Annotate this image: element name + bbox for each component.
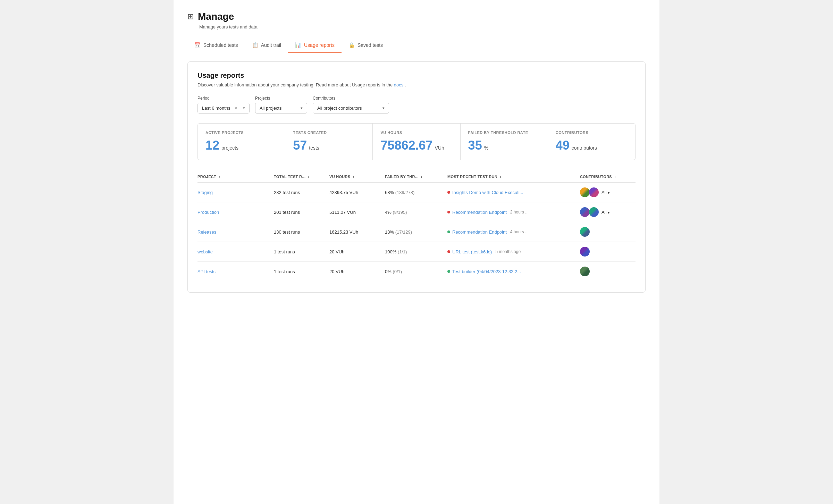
th-recent-run[interactable]: MOST RECENT TEST RUN › — [447, 175, 580, 179]
runs-production: 201 test runs — [274, 210, 329, 215]
run-releases: Recommendation Endpoint 4 hours ... — [447, 229, 580, 235]
status-dot-production — [447, 211, 450, 213]
chevron-icon: ▾ — [608, 210, 610, 215]
th-project[interactable]: PROJECT › — [197, 175, 274, 179]
th-failed[interactable]: FAILED BY THR... › — [385, 175, 447, 179]
page-title: Manage — [198, 11, 234, 22]
run-link-website[interactable]: URL test (test.k6.io) — [452, 249, 492, 254]
run-link-staging[interactable]: Insights Demo with Cloud Executi... — [452, 190, 523, 195]
sort-contributors-icon: › — [614, 175, 616, 179]
all-contributors-production[interactable]: All ▾ — [601, 210, 610, 215]
projects-filter-group: Projects All projects ▾ — [255, 96, 307, 114]
period-clear-icon[interactable]: ✕ — [235, 106, 238, 110]
table-section: PROJECT › TOTAL TEST R... › VU HOURS › F… — [197, 171, 636, 281]
table-row: Production 201 test runs 5111.07 VUh 4% … — [197, 202, 636, 222]
contributors-label: Contributors — [313, 96, 389, 101]
project-releases[interactable]: Releases — [197, 229, 274, 235]
docs-link[interactable]: docs — [394, 82, 403, 87]
lock-icon: 🔒 — [348, 42, 355, 48]
metric-vu-label: VU HOURS — [380, 131, 452, 135]
project-website[interactable]: website — [197, 249, 274, 254]
th-contributors[interactable]: CONTRIBUTORS › — [580, 175, 636, 179]
page-header: ⊞ Manage Manage yours tests and data — [187, 11, 646, 30]
th-project-label: PROJECT — [197, 175, 216, 179]
audit-icon: 📋 — [252, 42, 259, 48]
vu-releases: 16215.23 VUh — [329, 229, 385, 235]
avatar — [589, 207, 599, 217]
metric-vu-unit: VUh — [435, 145, 444, 151]
tabs-bar: 📅 Scheduled tests 📋 Audit trail 📊 Usage … — [187, 38, 646, 53]
run-website: URL test (test.k6.io) 5 months ago — [447, 249, 580, 254]
status-dot-staging — [447, 191, 450, 194]
tab-audit-label: Audit trail — [261, 42, 281, 48]
run-link-api[interactable]: Test builder (04/04/2023-12:32:2... — [452, 269, 521, 274]
project-production[interactable]: Production — [197, 210, 274, 215]
avatar — [580, 227, 590, 237]
chevron-icon: ▾ — [608, 191, 610, 195]
table-row: Staging 282 test runs 42393.75 VUh 68% (… — [197, 183, 636, 202]
metric-tests-created: TESTS CREATED 57 tests — [285, 124, 373, 160]
run-production: Recommendation Endpoint 2 hours ... — [447, 210, 580, 215]
contributors-staging: All ▾ — [580, 187, 636, 197]
run-time-production: 2 hours ... — [510, 210, 529, 215]
metric-tests-value: 57 — [293, 138, 307, 153]
metric-tests-unit: tests — [309, 145, 319, 151]
tab-scheduled-tests[interactable]: 📅 Scheduled tests — [187, 38, 245, 53]
vu-website: 20 VUh — [329, 249, 385, 254]
all-contributors-staging[interactable]: All ▾ — [601, 190, 610, 195]
metric-contributors: CONTRIBUTORS 49 contributors — [548, 124, 635, 160]
contributors-select[interactable]: All project contributors ▾ — [313, 103, 389, 114]
card-description: Discover valuable information about your… — [197, 82, 636, 87]
manage-icon: ⊞ — [187, 12, 194, 21]
run-link-production[interactable]: Recommendation Endpoint — [452, 210, 507, 215]
failed-website: 100% (1/1) — [385, 249, 447, 254]
project-api-tests[interactable]: API tests — [197, 269, 274, 274]
failed-staging: 68% (189/278) — [385, 190, 447, 195]
period-chevron-icon: ▾ — [243, 106, 245, 110]
projects-select[interactable]: All projects ▾ — [255, 103, 307, 114]
contributors-chevron-icon: ▾ — [382, 106, 385, 110]
sort-recent-icon: › — [500, 175, 501, 179]
avatar — [580, 207, 590, 217]
description-suffix: . — [405, 82, 406, 87]
vu-production: 5111.07 VUh — [329, 210, 385, 215]
metric-failed-threshold: FAILED BY THRESHOLD RATE 35 % — [461, 124, 548, 160]
run-time-website: 5 months ago — [495, 249, 521, 254]
avatar — [580, 267, 590, 276]
th-contributors-label: CONTRIBUTORS — [580, 175, 612, 179]
status-dot-website — [447, 250, 450, 253]
tab-usage-reports[interactable]: 📊 Usage reports — [288, 38, 342, 53]
th-test-runs[interactable]: TOTAL TEST R... › — [274, 175, 329, 179]
metric-active-projects: ACTIVE PROJECTS 12 projects — [198, 124, 285, 160]
tab-saved-tests[interactable]: 🔒 Saved tests — [342, 38, 390, 53]
tab-audit-trail[interactable]: 📋 Audit trail — [245, 38, 288, 53]
period-select[interactable]: Last 6 months ✕ ▾ — [197, 103, 250, 114]
metric-contributors-value: 49 — [556, 138, 570, 153]
contributors-filter-group: Contributors All project contributors ▾ — [313, 96, 389, 114]
period-label: Period — [197, 96, 250, 101]
th-runs-label: TOTAL TEST R... — [274, 175, 305, 179]
calendar-icon: 📅 — [194, 42, 201, 48]
contributors-releases — [580, 227, 636, 237]
table-row: Releases 130 test runs 16215.23 VUh 13% … — [197, 222, 636, 242]
avatar — [580, 187, 590, 197]
runs-releases: 130 test runs — [274, 229, 329, 235]
status-dot-api — [447, 270, 450, 273]
sort-runs-icon: › — [308, 175, 310, 179]
th-vu-hours[interactable]: VU HOURS › — [329, 175, 385, 179]
metric-failed-value: 35 — [468, 138, 482, 153]
projects-value: All projects — [260, 106, 282, 111]
card-title: Usage reports — [197, 72, 636, 79]
metric-active-unit: projects — [221, 145, 238, 151]
contributors-api — [580, 267, 636, 276]
projects-label: Projects — [255, 96, 307, 101]
avatar — [580, 247, 590, 257]
th-vu-label: VU HOURS — [329, 175, 350, 179]
project-staging[interactable]: Staging — [197, 190, 274, 195]
table-row: API tests 1 test runs 20 VUh 0% (0/1) Te… — [197, 262, 636, 281]
metric-vu-hours: VU HOURS 75862.67 VUh — [373, 124, 460, 160]
run-link-releases[interactable]: Recommendation Endpoint — [452, 229, 507, 235]
usage-icon: 📊 — [295, 42, 302, 48]
runs-staging: 282 test runs — [274, 190, 329, 195]
metric-contributors-unit: contributors — [572, 145, 597, 151]
